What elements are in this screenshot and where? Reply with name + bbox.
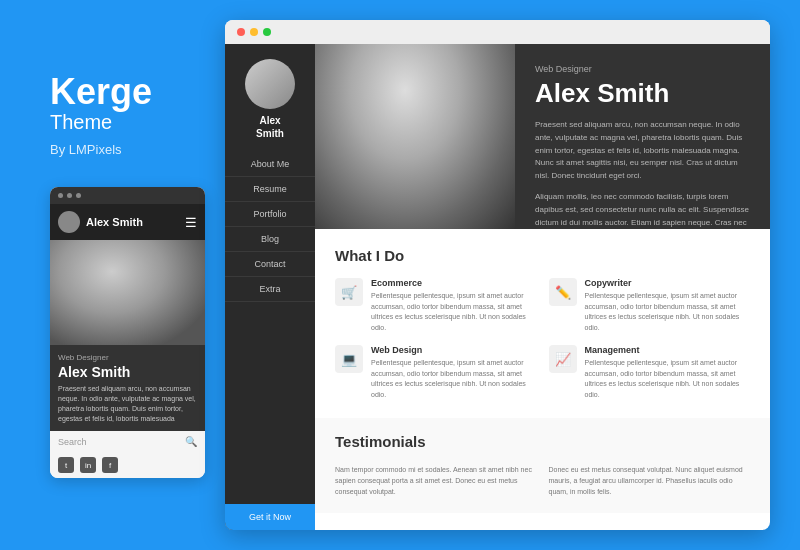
mobile-top-bar (50, 187, 205, 204)
service-copywriter-desc: Pellentesque pellentesque, ipsum sit ame… (585, 291, 751, 333)
testimonial-1: Nam tempor commodo mi et sodales. Aenean… (335, 464, 537, 498)
service-management-text: Management Pellentesque pellentesque, ip… (585, 345, 751, 400)
mobile-hero-image (50, 240, 205, 345)
hero-info: Web Designer Alex Smith Praesent sed ali… (515, 44, 770, 229)
dot-yellow (250, 28, 258, 36)
dot-green (263, 28, 271, 36)
services-grid: 🛒 Ecommerce Pellentesque pellentesque, i… (335, 278, 750, 400)
sidebar-avatar (245, 59, 295, 109)
desktop-sidebar: AlexSmith About Me Resume Portfolio Blog… (225, 44, 315, 530)
sidebar-item-about[interactable]: About Me (225, 152, 315, 177)
testimonial-2: Donec eu est metus consequat volutpat. N… (549, 464, 751, 498)
mobile-avatar (58, 211, 80, 233)
desktop-top-bar (225, 20, 770, 44)
service-webdesign-text: Web Design Pellentesque pellentesque, ip… (371, 345, 537, 400)
dot-red (237, 28, 245, 36)
service-management: 📈 Management Pellentesque pellentesque, … (549, 345, 751, 400)
mobile-search-bar[interactable]: Search 🔍 (50, 431, 205, 452)
ecommerce-icon: 🛒 (335, 278, 363, 306)
left-panel: Kerge Theme By LMPixels Alex Smith ☰ Web… (30, 62, 210, 489)
what-i-do-section: What I Do 🛒 Ecommerce Pellentesque pelle… (315, 229, 770, 418)
service-webdesign-desc: Pellentesque pellentesque, ipsum sit ame… (371, 358, 537, 400)
testimonials-grid: Nam tempor commodo mi et sodales. Aenean… (335, 464, 750, 498)
hero-name: Alex Smith (535, 78, 750, 109)
copywriter-icon: ✏️ (549, 278, 577, 306)
hero-description-2: Aliquam mollis, leo nec commodo facilisi… (535, 191, 750, 229)
hero-section: Web Designer Alex Smith Praesent sed ali… (315, 44, 770, 229)
mobile-dot-1 (58, 193, 63, 198)
mobile-role-label: Web Designer (58, 353, 197, 362)
mobile-mockup: Alex Smith ☰ Web Designer Alex Smith Pra… (50, 187, 205, 478)
sidebar-item-portfolio[interactable]: Portfolio (225, 202, 315, 227)
service-copywriter-name: Copywriter (585, 278, 751, 288)
sidebar-name: AlexSmith (256, 114, 284, 140)
testimonials-section: Testimonials Nam tempor commodo mi et so… (315, 418, 770, 513)
mobile-search-text: Search (58, 437, 87, 447)
hero-image (315, 44, 515, 229)
sidebar-item-extra[interactable]: Extra (225, 277, 315, 302)
management-icon: 📈 (549, 345, 577, 373)
brand-by: By LMPixels (50, 142, 190, 157)
twitter-icon[interactable]: t (58, 457, 74, 473)
hero-role-label: Web Designer (535, 64, 750, 74)
mobile-header-left: Alex Smith (58, 211, 143, 233)
hero-description-1: Praesent sed aliquam arcu, non accumsan … (535, 119, 750, 183)
sidebar-cta-button[interactable]: Get it Now (225, 504, 315, 530)
sidebar-item-blog[interactable]: Blog (225, 227, 315, 252)
service-management-name: Management (585, 345, 751, 355)
mobile-info-section: Web Designer Alex Smith Praesent sed ali… (50, 345, 205, 431)
mobile-header: Alex Smith ☰ (50, 204, 205, 240)
service-management-desc: Pellentesque pellentesque, ipsum sit ame… (585, 358, 751, 400)
mobile-social-bar: t in f (50, 452, 205, 478)
service-ecommerce-text: Ecommerce Pellentesque pellentesque, ips… (371, 278, 537, 333)
brand-subtitle: Theme (50, 111, 190, 134)
service-webdesign: 💻 Web Design Pellentesque pellentesque, … (335, 345, 537, 400)
service-ecommerce-desc: Pellentesque pellentesque, ipsum sit ame… (371, 291, 537, 333)
sidebar-item-contact[interactable]: Contact (225, 252, 315, 277)
sidebar-nav: About Me Resume Portfolio Blog Contact E… (225, 152, 315, 302)
desktop-mockup: AlexSmith About Me Resume Portfolio Blog… (225, 20, 770, 530)
mobile-description: Praesent sed aliquam arcu, non accumsan … (58, 384, 197, 423)
testimonials-title: Testimonials (335, 433, 750, 450)
hamburger-icon[interactable]: ☰ (185, 215, 197, 230)
desktop-body: AlexSmith About Me Resume Portfolio Blog… (225, 44, 770, 530)
facebook-icon[interactable]: f (102, 457, 118, 473)
linkedin-icon[interactable]: in (80, 457, 96, 473)
main-content: Web Designer Alex Smith Praesent sed ali… (315, 44, 770, 530)
service-ecommerce-name: Ecommerce (371, 278, 537, 288)
mobile-dot-3 (76, 193, 81, 198)
service-copywriter: ✏️ Copywriter Pellentesque pellentesque,… (549, 278, 751, 333)
service-copywriter-text: Copywriter Pellentesque pellentesque, ip… (585, 278, 751, 333)
sidebar-item-resume[interactable]: Resume (225, 177, 315, 202)
service-webdesign-name: Web Design (371, 345, 537, 355)
mobile-search-icon[interactable]: 🔍 (185, 436, 197, 447)
brand-title: Kerge (50, 72, 190, 112)
service-ecommerce: 🛒 Ecommerce Pellentesque pellentesque, i… (335, 278, 537, 333)
mobile-person-name: Alex Smith (58, 364, 197, 380)
webdesign-icon: 💻 (335, 345, 363, 373)
mobile-dot-2 (67, 193, 72, 198)
mobile-name: Alex Smith (86, 216, 143, 228)
what-i-do-title: What I Do (335, 247, 750, 264)
